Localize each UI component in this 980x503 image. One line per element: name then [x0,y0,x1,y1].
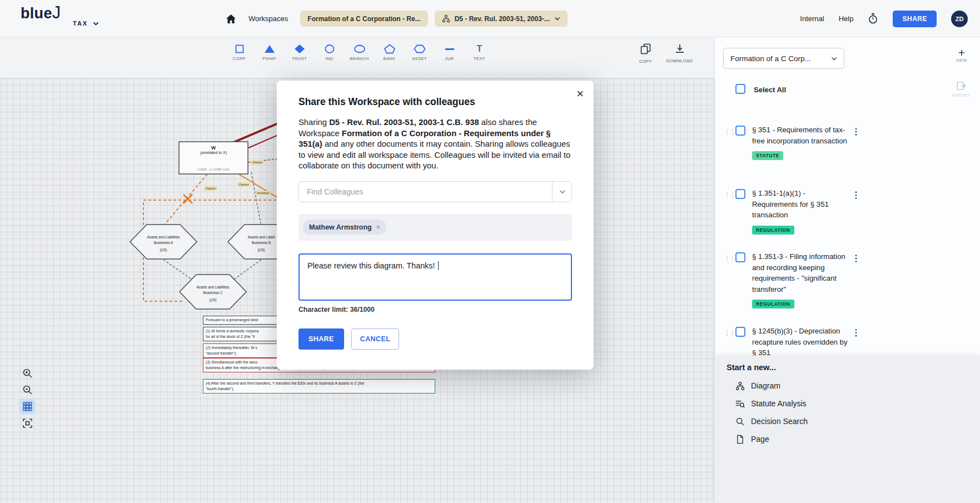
chevron-down-icon[interactable] [552,181,572,202]
document-checkbox[interactable] [735,126,745,136]
download-button[interactable]: DOWNLOAD [666,43,693,64]
modal-cancel-button[interactable]: CANCEL [351,328,399,350]
breadcrumb-document-label: D5 - Rev. Rul. 2003-51, 2003-... [455,15,550,23]
entity-w-subtitle: (unrelated to X) [200,151,227,155]
help-link[interactable]: Help [839,14,854,23]
drag-handle-icon[interactable]: ⋮⋮ [724,191,735,199]
remove-colleague-icon[interactable]: × [376,223,381,231]
selected-colleagues-row: Mathew Armstrong × [299,214,572,241]
start-new-decision-search[interactable]: Decision Search [714,412,980,430]
copy-button[interactable]: COPY [639,43,652,64]
tool-label: BANK [383,56,395,61]
document-checkbox[interactable] [735,189,745,199]
drag-handle-icon[interactable]: ⋮⋮ [724,255,735,262]
tool-label: BRANCH [350,56,369,61]
zoom-in-button[interactable] [19,365,36,381]
close-icon[interactable]: × [576,88,584,100]
edge-label-incorporation[interactable]: Incorpor [255,191,271,195]
tool-trust[interactable]: TRUST [287,43,312,61]
kebab-menu-icon[interactable]: ⋮ [852,253,860,263]
text-cursor [438,261,439,270]
rectangle-icon [233,43,246,54]
entity-w[interactable]: W (unrelated to X) CORP - C CORP (US) [179,142,248,174]
internal-link[interactable]: Internal [800,14,824,23]
tool-ind[interactable]: IND [317,43,342,61]
grid-toggle-button[interactable] [19,399,36,415]
ellipse-icon [324,43,336,54]
kebab-menu-icon[interactable]: ⋮ [852,327,860,338]
workspace-selector-value: Formation of a C Corp... [730,54,811,63]
start-new-statute-analysis[interactable]: Statute Analysis [714,395,980,412]
export-button[interactable]: EXPORT [949,81,973,97]
modal-share-button[interactable]: SHARE [299,328,344,350]
diagram-icon [442,14,450,23]
document-item[interactable]: ⋮⋮ § 351 - Requirements of tax-free inco… [715,124,980,160]
drag-handle-icon[interactable]: ⋮⋮ [724,128,735,136]
start-new-item-label: Diagram [751,381,780,390]
select-all-label: Select All [754,86,786,94]
zoom-out-button[interactable] [19,382,36,398]
tool-branch[interactable]: BRANCH [347,43,372,61]
start-new-item-label: Page [751,435,769,444]
edge-label-owner[interactable]: Owner [237,182,251,187]
colleague-tag[interactable]: Mathew Armstrong × [303,220,386,235]
chevron-down-icon[interactable] [93,22,99,26]
select-all-checkbox[interactable] [735,84,745,94]
top-bar-right: Internal Help SHARE ZD [800,0,980,37]
hex-c-line1: Assets and Liabilities [180,285,246,290]
note-line: "fourth transfer"). [206,386,432,392]
document-title: § 1.351-1(a)(1) - Requirements for § 351… [752,188,850,221]
tool-corp[interactable]: CORP [227,43,252,61]
hex-a-line3: (US) [130,247,197,253]
tool-pship[interactable]: PSHIP [257,43,282,61]
find-colleagues-input[interactable] [299,181,572,202]
note-line: (4) After the second and third transfers… [206,381,432,386]
edge-label-owner[interactable]: Owner [204,186,217,191]
chevron-down-icon [831,57,837,61]
share-button[interactable]: SHARE [893,11,937,27]
workspace-selector[interactable]: Formation of a C Corp... [723,48,844,69]
document-item[interactable]: ⋮⋮ § 1.351-3 - Filing information and re… [715,251,980,308]
diagram-note[interactable]: (4) After the second and third transfers… [203,379,435,394]
tool-label: TRUST [292,56,307,61]
brand-logo[interactable]: blueJ TAX [21,4,99,27]
document-item[interactable]: ⋮⋮ § 1245(b)(3) - Depreciation recapture… [715,326,980,358]
modal-title: Share this Workspace with colleagues [299,96,572,108]
document-checkbox[interactable] [735,327,745,337]
document-badge: STATUTE [752,151,783,160]
document-checkbox[interactable] [735,252,745,262]
hexagon-icon [414,43,426,54]
asset-hexagon-a[interactable]: Assets and Liabilities Bussiness A (US) [130,235,197,253]
drag-handle-icon[interactable]: ⋮⋮ [724,329,735,337]
breadcrumb-workspace[interactable]: Formation of a C Corporation - Re... [300,11,427,27]
stopwatch-icon[interactable] [868,13,878,24]
hex-a-line2: Bussiness A [130,240,197,246]
tool-text[interactable]: T TEXT [467,43,492,61]
modal-actions: SHARE CANCEL [299,328,572,350]
shared-document-name: D5 - Rev. Rul. 2003-51, 2003-1 C.B. 938 [329,118,479,127]
document-badge: REGULATION [752,300,794,308]
shape-palette: CORP PSHIP TRUST IND BRANCH BANK ASSET [227,43,492,61]
breadcrumb-document[interactable]: D5 - Rev. Rul. 2003-51, 2003-... [435,11,568,27]
document-item[interactable]: ⋮⋮ § 1.351-1(a)(1) - Requirements for § … [715,188,980,235]
tool-jur[interactable]: JUR [437,43,462,61]
edge-label-owner[interactable]: Owner [251,160,264,165]
new-document-button[interactable]: + NEW [951,47,972,63]
kebab-menu-icon[interactable]: ⋮ [852,126,860,137]
fit-to-screen-button[interactable] [19,415,36,431]
document-badge: REGULATION [752,226,794,235]
tool-asset[interactable]: ASSET [407,43,432,61]
share-message-textarea[interactable]: Please review this diagram. Thanks! [299,253,572,301]
workspaces-link[interactable]: Workspaces [248,14,288,23]
avatar[interactable]: ZD [951,11,968,27]
tool-bank[interactable]: BANK [377,43,402,61]
start-new-diagram[interactable]: Diagram [714,377,980,395]
breadcrumb-workspace-label: Formation of a C Corporation - Re... [307,15,420,23]
kebab-menu-icon[interactable]: ⋮ [852,190,860,200]
share-description-text: Sharing [299,118,329,127]
start-new-page[interactable]: Page [714,430,980,448]
download-icon [675,43,685,56]
home-icon[interactable] [226,14,236,24]
asset-hexagon-c[interactable]: Assets and Liabilities Bussiness C (US) [180,285,246,303]
select-all-row: Select All EXPORT [715,84,980,98]
